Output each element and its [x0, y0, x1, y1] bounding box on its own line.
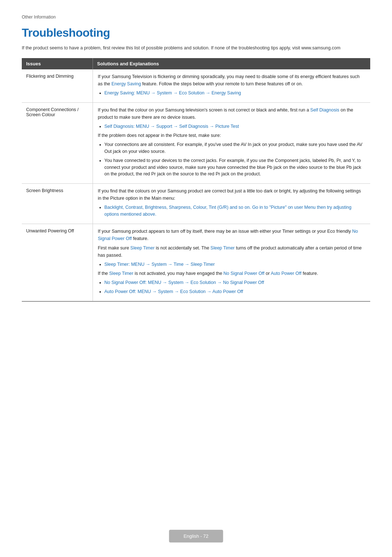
solution-text-0-0: If your Samsung Television is flickering…	[98, 73, 366, 88]
table-row: Screen BrightnessIf you find that the co…	[22, 184, 370, 224]
troubleshooting-table: Issues Solutions and Explanations Flicke…	[22, 58, 370, 302]
table-row: Unwanted Powering OffIf your Samsung pro…	[22, 224, 370, 301]
solution-text-3-0: If your Samsung product appears to turn …	[98, 228, 366, 242]
solution-cell-0: If your Samsung Television is flickering…	[93, 69, 370, 102]
solution-bullet-0-1: Energy Saving: MENU → System → Eco Solut…	[105, 90, 366, 97]
intro-text: If the product seems to have a problem, …	[22, 45, 370, 52]
issue-cell-2: Screen Brightness	[22, 184, 93, 224]
solution-bullet-1-3: Your connections are all consistent. For…	[105, 141, 366, 155]
solution-cell-3: If your Samsung product appears to turn …	[93, 224, 370, 301]
solution-bullet-1-1: Self Diagnosis: MENU → Support → Self Di…	[105, 123, 366, 130]
solution-cell-1: If you find that the colour on your Sams…	[93, 102, 370, 184]
solution-bullet-2-1: Backlight, Contrast, Brightness, Sharpne…	[105, 204, 366, 218]
solution-text-1-0: If you find that the colour on your Sams…	[98, 106, 366, 121]
solution-bullet-1-4: You have connected to your devices to th…	[105, 157, 366, 178]
solution-cell-2: If you find that the colours on your Sam…	[93, 184, 370, 224]
table-header-row: Issues Solutions and Explanations	[22, 58, 370, 69]
solution-text-1-2: If the problem does not appear in the Pi…	[98, 132, 366, 139]
solution-text-3-3: If the Sleep Timer is not activated, you…	[98, 270, 366, 277]
solution-text-3-1: First make sure Sleep Timer is not accid…	[98, 244, 366, 259]
solution-bullet-3-4: No Signal Power Off: MENU → System → Eco…	[105, 279, 366, 286]
page-title: Troubleshooting	[22, 26, 370, 40]
table-row: Component Connections / Screen ColourIf …	[22, 102, 370, 184]
footer-label: English - 72	[169, 530, 223, 542]
table-row: Flickering and DimmingIf your Samsung Te…	[22, 69, 370, 102]
solution-bullet-3-2: Sleep Timer: MENU → System → Time → Slee…	[105, 261, 366, 268]
solution-bullet-3-5: Auto Power Off: MENU → System → Eco Solu…	[105, 288, 366, 295]
issue-cell-0: Flickering and Dimming	[22, 69, 93, 102]
col-header-issues: Issues	[22, 58, 93, 69]
solution-text-2-0: If you find that the colours on your Sam…	[98, 187, 366, 202]
issue-cell-1: Component Connections / Screen Colour	[22, 102, 93, 184]
col-header-solutions: Solutions and Explanations	[93, 58, 370, 69]
issue-cell-3: Unwanted Powering Off	[22, 224, 93, 301]
breadcrumb: Other Information	[22, 15, 370, 20]
